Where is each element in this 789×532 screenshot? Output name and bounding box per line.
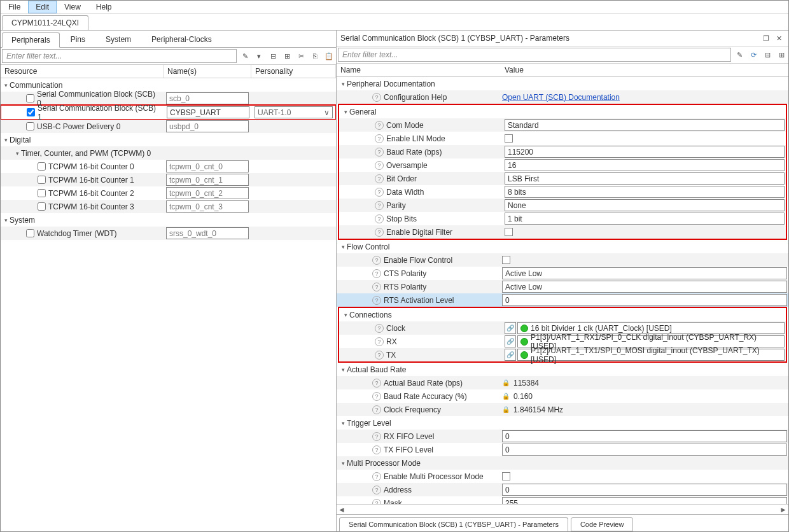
twisty-icon[interactable]: ▾ [2, 82, 10, 88]
scb0-checkbox[interactable] [26, 94, 34, 102]
cts-pol-value[interactable]: Active Low [502, 267, 787, 279]
scb1-personality-dropdown[interactable]: UART-1.0∨ [255, 106, 333, 118]
link-icon[interactable]: 🔗 [505, 349, 516, 361]
tcpwm3-name-field[interactable]: tcpwm_0_cnt_3 [166, 200, 249, 213]
expand-icon[interactable]: ⊞ [281, 50, 293, 62]
tcpwm0-label[interactable]: TCPWM 16-bit Counter 0 [48, 162, 134, 171]
link-icon[interactable]: 🔗 [505, 335, 516, 347]
tab-pins[interactable]: Pins [61, 32, 95, 47]
link-icon[interactable]: 🔗 [505, 322, 516, 334]
wdt-name-field[interactable]: srss_0_wdt_0 [166, 227, 249, 239]
header-resource[interactable]: Resource [1, 65, 164, 78]
cut-icon[interactable]: ✂ [295, 50, 307, 62]
twisty-icon[interactable]: ▾ [339, 420, 347, 426]
tcpwm2-checkbox[interactable] [38, 189, 46, 197]
params-body[interactable]: ▾Peripheral Documentation ?Configuration… [337, 77, 788, 504]
device-tab[interactable]: CYPM1011-24LQXI [2, 15, 88, 30]
digfilter-checkbox[interactable] [505, 228, 513, 236]
tw

ty-icon[interactable]: ▾ [342, 109, 349, 115]
help-icon[interactable]: ? [375, 201, 384, 210]
tcpwm0-checkbox[interactable] [38, 162, 46, 171]
help-icon[interactable]: ? [372, 296, 381, 305]
open-doc-link[interactable]: Open UART (SCB) Documentation [502, 93, 620, 102]
scb1-label[interactable]: Serial Communication Block (SCB) 1 [38, 104, 162, 122]
help-icon[interactable]: ? [375, 324, 384, 333]
tcpwm2-name-field[interactable]: tcpwm_0_cnt_2 [166, 187, 249, 199]
help-icon[interactable]: ? [375, 351, 384, 360]
section-trigger[interactable]: Trigger Level [347, 419, 391, 428]
bitorder-value[interactable]: LSB First [505, 172, 785, 185]
help-icon[interactable]: ? [375, 148, 384, 157]
tree-communication[interactable]: Communication [10, 81, 62, 90]
usbpd-label[interactable]: USB-C Power Delivery 0 [37, 122, 120, 131]
header-names[interactable]: Name(s) [164, 65, 251, 78]
usbpd-checkbox[interactable] [26, 122, 34, 130]
footer-tab-code-preview[interactable]: Code Preview [571, 517, 633, 531]
help-icon[interactable]: ? [375, 188, 384, 197]
section-actual-baud[interactable]: Actual Baud Rate [347, 365, 406, 374]
help-icon[interactable]: ? [375, 121, 384, 130]
tree-system[interactable]: System [10, 216, 35, 225]
twisty-icon[interactable]: ▾ [339, 244, 347, 250]
horizontal-scrollbar[interactable]: ◄► [337, 504, 788, 514]
help-icon[interactable]: ? [375, 337, 384, 346]
clear-icon[interactable]: ✎ [734, 49, 745, 60]
twisty-icon[interactable]: ▾ [339, 460, 347, 466]
param-header-name[interactable]: Name [337, 64, 501, 76]
section-general[interactable]: General [349, 108, 377, 116]
param-header-value[interactable]: Value [501, 64, 788, 76]
oversample-value[interactable]: 16 [505, 159, 785, 171]
collapse-icon[interactable]: ⊟ [762, 49, 773, 60]
help-icon[interactable]: ? [372, 256, 381, 265]
paste-icon[interactable]: 📋 [323, 50, 335, 62]
rts-pol-value[interactable]: Active Low [502, 281, 787, 293]
twisty-icon[interactable]: ▾ [2, 137, 10, 143]
tab-system[interactable]: System [96, 32, 141, 47]
scb1-name-field[interactable]: CYBSP_UART [167, 106, 249, 118]
help-icon[interactable]: ? [372, 405, 381, 414]
help-icon[interactable]: ? [372, 392, 381, 401]
twisty-icon[interactable]: ▾ [339, 81, 347, 87]
usbpd-name-field[interactable]: usbpd_0 [166, 120, 249, 132]
restore-icon[interactable]: ❐ [760, 32, 772, 44]
funnel-icon[interactable]: ▾ [253, 50, 265, 62]
stopbits-value[interactable]: 1 bit [505, 213, 785, 225]
mask-value[interactable]: 255 [502, 497, 787, 504]
rts-act-value[interactable]: 0 [502, 294, 787, 306]
help-icon[interactable]: ? [372, 472, 381, 481]
help-icon[interactable]: ? [372, 93, 381, 102]
enable-fc-checkbox[interactable] [502, 256, 510, 264]
enable-mpm-checkbox[interactable] [502, 472, 510, 480]
copy-icon[interactable]: ⎘ [309, 50, 321, 62]
section-peripheral-documentation[interactable]: Peripheral Documentation [347, 80, 435, 88]
parity-value[interactable]: None [505, 199, 785, 211]
datawidth-value[interactable]: 8 bits [505, 186, 785, 198]
help-icon[interactable]: ? [372, 379, 381, 388]
twisty-icon[interactable]: ▾ [13, 150, 21, 157]
tab-peripherals[interactable]: Peripherals [2, 32, 60, 48]
txfifo-value[interactable]: 0 [502, 444, 787, 456]
help-icon[interactable]: ? [375, 161, 384, 170]
help-icon[interactable]: ? [375, 214, 384, 223]
menu-help[interactable]: Help [88, 1, 120, 13]
enable-lin-checkbox[interactable] [505, 134, 513, 143]
help-icon[interactable]: ? [375, 228, 384, 237]
menu-view[interactable]: View [57, 1, 88, 13]
header-personality[interactable]: Personality [251, 65, 336, 78]
help-icon[interactable]: ? [372, 432, 381, 441]
tcpwm2-label[interactable]: TCPWM 16-bit Counter 2 [48, 189, 134, 198]
help-icon[interactable]: ? [372, 283, 381, 291]
tcpwm0-name-field[interactable]: tcpwm_0_cnt_0 [166, 160, 249, 172]
tcpwm1-name-field[interactable]: tcpwm_0_cnt_1 [166, 174, 249, 186]
menu-file[interactable]: File [1, 1, 28, 13]
tx-value[interactable]: P1[2]/UART_1_TX1/SPI_0_MOSI digital_inou… [517, 349, 785, 361]
twisty-icon[interactable]: ▾ [339, 367, 347, 373]
section-connections[interactable]: Connections [349, 311, 392, 319]
help-icon[interactable]: ? [372, 499, 381, 505]
help-icon[interactable]: ? [372, 486, 381, 494]
help-icon[interactable]: ? [375, 174, 384, 183]
help-icon[interactable]: ? [372, 445, 381, 454]
footer-tab-parameters[interactable]: Serial Communication Block (SCB) 1 (CYBS… [339, 517, 568, 531]
tcpwm3-label[interactable]: TCPWM 16-bit Counter 3 [48, 202, 134, 211]
tcpwm1-checkbox[interactable] [38, 176, 46, 184]
